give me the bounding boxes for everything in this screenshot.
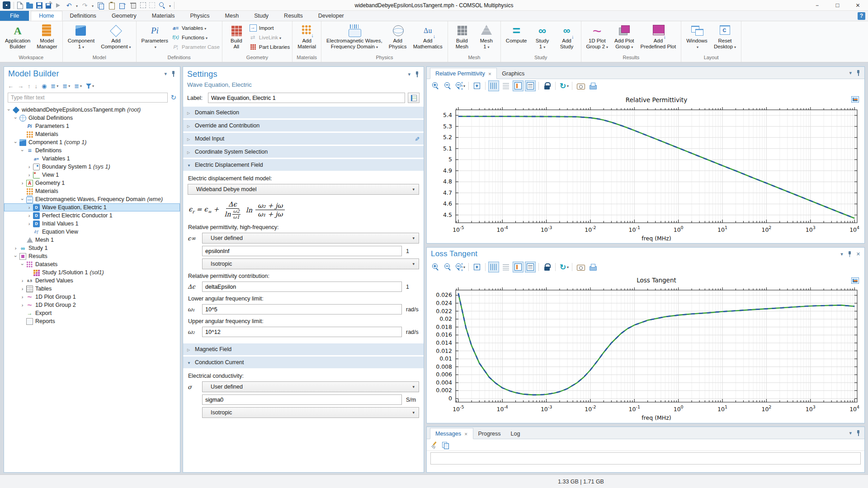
chevron-down-icon[interactable] [849,430,852,436]
section-model-input[interactable]: Model Input [183,133,424,145]
reset-desktop-button[interactable]: Reset Desktop [711,22,739,50]
tab-file[interactable]: File [0,11,29,21]
plot-window-icon[interactable] [851,277,859,284]
tab-physics[interactable]: Physics [182,11,217,21]
tab-definitions[interactable]: Definitions [62,11,104,21]
part-libraries-button[interactable]: Part Libraries [249,43,290,51]
expander-icon[interactable] [20,262,25,267]
legend-icon[interactable] [525,262,536,272]
zoom-out-icon[interactable] [443,262,453,272]
section-electric-displacement-field[interactable]: Electric Displacement Field [183,159,424,171]
snapshot-icon[interactable] [575,80,586,91]
tab-progress[interactable]: Progress [473,428,506,439]
new-file-icon[interactable] [17,2,23,9]
legend-icon[interactable] [525,80,536,91]
label-options-button[interactable] [408,93,420,103]
tab-home[interactable]: Home [31,11,62,21]
y-log-scale-icon[interactable] [500,80,511,91]
relative-permittivity-plot[interactable]: 10-510-410-310-210-11001011021031044.54.… [427,93,863,243]
section-conduction-current[interactable]: Conduction Current [183,357,424,368]
zoom-in-icon[interactable] [430,262,441,272]
delete-icon[interactable] [129,1,137,9]
tab-results[interactable]: Results [276,11,311,21]
tree-item-definitions[interactable]: Definitions [4,146,180,155]
tab-close-icon[interactable] [464,431,468,437]
pin-icon[interactable] [415,71,420,78]
delta-epsilon-input[interactable] [202,282,402,292]
tree-item-materials[interactable]: Materials [4,187,180,195]
expander-icon[interactable] [20,148,25,154]
expander-icon[interactable] [19,294,25,300]
tab-close-icon[interactable] [488,70,492,77]
zoom-in-icon[interactable] [430,80,441,91]
add-study-button[interactable]: Add Study [555,22,579,50]
chevron-down-icon[interactable] [849,70,852,76]
edit-pencil-icon[interactable] [415,136,420,142]
import-button[interactable]: Import [249,24,290,32]
expander-icon[interactable] [20,197,25,202]
expander-icon[interactable] [26,164,32,169]
compute-button[interactable]: Compute [503,22,530,44]
redo-dropdown-icon[interactable] [92,2,94,9]
move-up-icon[interactable] [28,83,31,89]
open-file-icon[interactable] [26,4,33,9]
run-icon[interactable] [54,1,62,9]
add-material-button[interactable]: Add Material [295,22,319,50]
tree-item-global-definitions[interactable]: Global Definitions [4,114,180,122]
tree-item-1d-plot-group-1[interactable]: 1D Plot Group 1 [4,293,180,301]
maximize-button[interactable] [827,0,848,11]
replot-icon[interactable]: ▾ [558,80,569,91]
expander-icon[interactable] [13,115,19,121]
tab-geometry[interactable]: Geometry [104,11,144,21]
pin-icon[interactable] [847,251,852,258]
add-plot-group-button[interactable]: Add Plot Group [612,22,637,50]
expander-icon[interactable] [26,221,32,226]
expander-icon[interactable] [13,253,19,259]
go-back-icon[interactable] [8,83,14,89]
filter-funnel-icon[interactable]: ▾ [86,84,94,89]
deselect-box-icon[interactable] [149,2,155,8]
parameters-button[interactable]: Parameters [139,22,171,50]
tab-graphics[interactable]: Graphics [497,68,529,79]
print-icon[interactable] [587,262,598,272]
replot-icon[interactable]: ▾ [558,262,569,272]
tree-item-export[interactable]: Export [4,309,180,317]
model-tree-settings-icon[interactable]: ▾ [74,83,82,89]
y-log-scale-icon[interactable] [500,262,511,272]
tree-item-wave-equation-electric-1[interactable]: Wave Equation, Electric 1 [4,203,180,211]
epsilon-inf-type-dropdown[interactable]: Isotropic▾ [202,258,419,269]
lock-icon[interactable] [542,262,552,272]
tab-developer[interactable]: Developer [311,11,352,21]
tree-item-geometry-1[interactable]: Geometry 1 [4,179,180,187]
move-down-icon[interactable] [35,83,38,89]
label-input[interactable] [208,93,405,103]
emw-frequency-domain-button[interactable]: Electromagnetic Waves, Frequency Domain [324,22,385,50]
expander-icon[interactable] [19,286,25,291]
tree-item-variables-1[interactable]: Variables 1 [4,155,180,163]
section-coordinate-system[interactable]: Coordinate System Selection [183,146,424,158]
variables-button[interactable]: Variables [172,24,220,32]
chevron-down-icon[interactable] [408,71,410,77]
epsilon-inf-input[interactable] [202,246,402,256]
tab-materials[interactable]: Materials [144,11,183,21]
tree-item-materials[interactable]: Materials [4,130,180,138]
expander-icon[interactable] [13,140,19,145]
tree-item-study-1[interactable]: Study 1 [4,244,180,252]
zoom-out-icon[interactable] [443,80,453,91]
functions-button[interactable]: Functions [172,33,220,41]
lock-icon[interactable] [542,80,552,91]
tree-item-parameters-1[interactable]: Parameters 1 [4,122,180,130]
zoom-box-icon[interactable]: ▾ [455,80,466,91]
tree-item-equation-view[interactable]: Equation View [4,228,180,236]
help-button[interactable]: ? [858,12,865,20]
tree-item-study-1-solution-1[interactable]: Study 1/Solution 1(sol1) [4,268,180,277]
expand-all-icon[interactable]: ▾ [62,83,70,89]
loss-tangent-plot[interactable]: 10-510-410-310-210-110010110210310400.00… [427,274,863,423]
save-icon[interactable] [36,2,42,9]
zoom-box-icon[interactable]: ▾ [455,262,466,272]
add-predefined-plot-button[interactable]: Add Predefined Plot [638,22,679,50]
application-builder-button[interactable]: Application Builder [2,22,33,50]
expander-icon[interactable] [19,180,25,186]
zoom-extents-icon[interactable] [472,80,482,91]
x-log-scale-icon[interactable] [488,262,499,272]
